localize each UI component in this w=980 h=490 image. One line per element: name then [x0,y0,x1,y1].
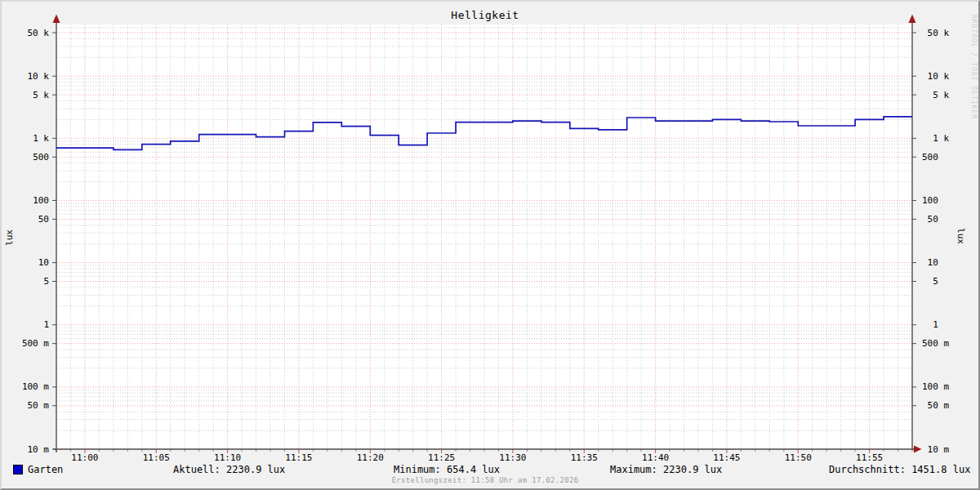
y-axis-label-left: 1 [2,319,49,330]
x-axis-label: 11:45 [704,452,750,463]
stat-minimum: Minimum: 654.4 lux [394,464,500,475]
legend-item-garten: Garten [13,464,63,475]
y-axis-label-left: 50 k [2,28,49,38]
y-axis-label-left: 1 k [2,133,49,144]
legend-series-label: Garten [28,464,63,475]
creation-timestamp: Erstellungszeit: 11:58 Uhr am 17.02.2026 [2,476,969,484]
y-axis-label-left: 50 m [2,400,49,411]
y-axis-label-right: 500 [922,152,938,163]
y-axis-label-left: 10 k [2,71,49,82]
x-axis-label: 11:00 [62,452,108,463]
x-axis-label: 11:40 [633,452,679,463]
x-axis-label: 11:35 [561,452,607,463]
y-axis-label-right: 10 [922,257,938,268]
y-axis-label-right: 10 k [922,71,949,82]
y-axis-label-left: 100 [2,195,49,206]
y-axis-label-left: 500 [2,152,49,163]
y-axis-label-right: 5 [922,276,938,287]
x-axis-label: 11:05 [133,452,179,463]
x-axis-label: 11:15 [276,452,322,463]
x-axis-label: 11:10 [205,452,251,463]
rrd-graph: Helligkeit RRDTOOL / TOBI OETIKER lux lu… [0,0,980,490]
legend-row: Garten Aktuell: 2230.9 lux Minimum: 654.… [2,464,980,477]
stat-durchschnitt: Durchschnitt: 1451.8 lux [829,464,970,475]
y-axis-label-right: 50 k [922,28,949,38]
x-axis-label: 11:55 [847,452,893,463]
y-axis-label-left: 50 [2,214,49,225]
y-axis-arrow-left [53,15,60,24]
x-axis-label: 11:25 [419,452,465,463]
y-axis-label-right: 500 m [922,338,949,349]
y-axis-label-right: 1 k [922,133,949,144]
stat-maximum: Maximum: 2230.9 lux [610,464,722,475]
x-axis-label: 11:30 [490,452,536,463]
y-axis-label-left: 10 m [2,444,49,455]
y-axis-label-right: 100 m [922,381,949,392]
y-axis-arrow-right [909,15,916,24]
y-axis-label-left: 500 m [2,338,49,349]
y-axis-label-right: 1 [922,319,938,330]
y-axis-label-right: 50 m [922,400,949,411]
y-axis-label-right: 100 [922,195,938,206]
x-axis-label: 11:20 [347,452,393,463]
chart-canvas [2,2,978,488]
x-axis-label: 11:50 [775,452,821,463]
stat-aktuell: Aktuell: 2230.9 lux [173,464,285,475]
x-axis-arrow [914,446,922,453]
y-axis-label-left: 5 [2,276,49,287]
y-axis-label-left: 100 m [2,381,49,392]
y-axis-label-right: 50 [922,214,938,225]
y-axis-label-left: 10 [2,257,49,268]
y-axis-label-right: 10 m [922,444,949,455]
legend-swatch [13,465,23,474]
y-axis-label-left: 5 k [2,90,49,100]
y-axis-label-right: 5 k [922,90,949,100]
